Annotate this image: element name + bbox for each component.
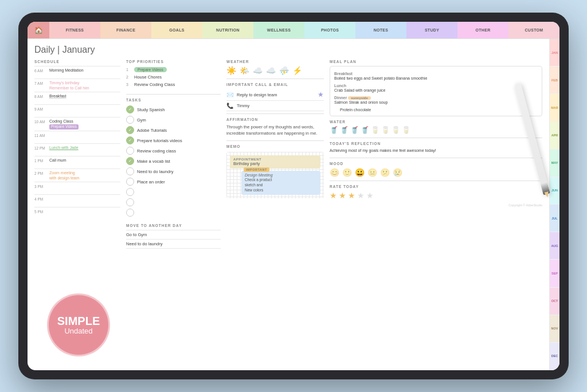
- page-header: Daily | January: [34, 45, 542, 55]
- tab-fitness[interactable]: FITNESS: [49, 22, 100, 38]
- star-2[interactable]: ★: [339, 191, 346, 200]
- dinner-label: Dinner sunnyside: [334, 96, 538, 100]
- schedule-row: 5 PM: [34, 207, 120, 219]
- star-icon: ★: [318, 91, 324, 99]
- page-title: Daily: [34, 45, 55, 54]
- divider-2: [226, 79, 324, 79]
- star-1[interactable]: ★: [330, 191, 337, 200]
- month-jan[interactable]: JAN: [550, 39, 559, 66]
- tab-finance[interactable]: FINANCE: [100, 22, 151, 38]
- month-mar[interactable]: MAR: [550, 94, 559, 121]
- breakfast-text: Boiled two eggs and Sweet potato Banana …: [334, 76, 538, 81]
- lunch-label: Lunch: [334, 84, 538, 88]
- divider-6: [330, 158, 542, 158]
- water-cup-8: 🥛: [402, 126, 410, 134]
- important-body: Check a productsketch andNew colors: [245, 177, 317, 193]
- task-row: Need to do laundry: [126, 166, 221, 177]
- priorities-section: 1 Prepare Videos 2 House Chores 3 Review…: [126, 66, 221, 88]
- simple-badge: SIMPLE Undated: [47, 293, 110, 356]
- priorities-label: TOP PRIORITIES: [126, 60, 221, 64]
- tab-study[interactable]: STUDY: [406, 22, 457, 38]
- weather-lightning: ⚡: [292, 66, 302, 75]
- water-cup-4: 🥤: [361, 126, 369, 134]
- home-icon: 🏠: [34, 26, 43, 34]
- mood-smile[interactable]: 🙂: [342, 168, 352, 177]
- task-check-9[interactable]: [126, 188, 134, 196]
- task-check-2[interactable]: [126, 116, 134, 124]
- email-icon: ✉️: [226, 92, 233, 98]
- mood-sad[interactable]: 😕: [380, 168, 390, 177]
- middle-column: WEATHER ☀️ 🌤️ ☁️ ☁️ ⛈️ ⚡ IMPORTANT CALL …: [226, 60, 324, 364]
- tab-photos[interactable]: PHOTOS: [304, 22, 355, 38]
- time-4pm: 4 PM: [34, 196, 49, 201]
- month-nov[interactable]: NOV: [550, 315, 559, 343]
- tab-wellness[interactable]: WELLNESS: [253, 22, 304, 38]
- calls-label: IMPORTANT CALL & EMAIL: [226, 83, 324, 87]
- call-2-text: Timmy: [237, 103, 249, 108]
- task-check-6[interactable]: [126, 157, 134, 165]
- task-check-11[interactable]: [126, 209, 134, 217]
- mood-meh[interactable]: 😐: [367, 168, 377, 177]
- time-1pm: 1 PM: [34, 158, 49, 163]
- task-row: Gym: [126, 115, 221, 125]
- task-4-text: Prepare tutorials videos: [137, 138, 182, 143]
- weather-partly-cloudy: 🌤️: [240, 66, 249, 75]
- snacks-text: Protein chocolate: [334, 107, 538, 113]
- home-tab[interactable]: 🏠: [28, 22, 49, 38]
- task-check-1[interactable]: [126, 105, 134, 113]
- task-7-text: Need to do laundry: [137, 169, 173, 174]
- mood-happy[interactable]: 😊: [330, 168, 339, 177]
- month-aug[interactable]: AUG: [550, 232, 559, 260]
- priority-num-3: 3: [126, 83, 134, 87]
- prepare-videos-badge: Prepare Videos: [49, 124, 79, 129]
- task-row: Adobe Tutorials: [126, 125, 221, 135]
- task-check-3[interactable]: [126, 126, 134, 134]
- time-11am: 11 AM: [34, 132, 49, 138]
- time-3pm: 3 PM: [34, 183, 49, 189]
- task-check-10[interactable]: [126, 198, 134, 206]
- task-check-4[interactable]: [126, 136, 134, 144]
- schedule-2pm-text: Zoom meetingwith design team: [49, 170, 120, 181]
- star-5[interactable]: ★: [366, 191, 374, 200]
- task-row: [126, 187, 221, 197]
- schedule-row: 10 AM Coding ClassPrepare Videos: [34, 117, 120, 131]
- weather-label: WEATHER: [226, 60, 324, 64]
- water-cup-7: 🥛: [392, 126, 400, 134]
- month-oct[interactable]: OCT: [550, 288, 559, 315]
- schedule-6am-text: Morning Meditation: [49, 68, 120, 73]
- tab-nutrition-label: NUTRITION: [216, 28, 240, 32]
- reflection-text: Achieving most of my goals makes me feel…: [330, 148, 542, 154]
- month-dec[interactable]: DEC: [550, 343, 559, 370]
- lunch-text: Crab Salad with orange juice: [334, 88, 538, 93]
- month-jun[interactable]: JUN: [550, 177, 559, 205]
- dinner-badge: sunnyside: [348, 96, 371, 100]
- task-check-7[interactable]: [126, 167, 134, 175]
- dinner-text: Salmon Steak and onion soup: [334, 100, 538, 105]
- task-check-5[interactable]: [126, 147, 134, 155]
- month-may[interactable]: MAY: [550, 150, 559, 177]
- affirmation-label: AFFIRMATION: [226, 117, 324, 121]
- task-check-8[interactable]: [126, 178, 134, 186]
- tab-goals[interactable]: GOALS: [151, 22, 202, 38]
- month-apr[interactable]: APR: [550, 122, 559, 150]
- star-3[interactable]: ★: [348, 191, 355, 200]
- mood-very-sad[interactable]: 😢: [393, 168, 402, 177]
- tab-nutrition[interactable]: NUTRITION: [202, 22, 253, 38]
- tab-custom[interactable]: CUSTOM: [508, 22, 559, 38]
- month-sep[interactable]: SEP: [550, 260, 559, 287]
- task-5-text: Review coding class: [137, 148, 176, 154]
- schedule-row: 9 AM: [34, 104, 120, 117]
- rate-label: RATE TODAY: [330, 185, 542, 189]
- star-4[interactable]: ★: [357, 191, 365, 200]
- tab-other[interactable]: OTHER: [457, 22, 508, 38]
- mood-neutral[interactable]: 😀: [355, 168, 365, 177]
- month-jul[interactable]: JUL: [550, 205, 559, 232]
- weather-sunny: ☀️: [226, 66, 236, 75]
- tab-notes[interactable]: NOTES: [355, 22, 406, 38]
- tab-finance-label: FINANCE: [116, 28, 135, 32]
- month-feb[interactable]: FEB: [550, 66, 559, 94]
- tab-study-label: STUDY: [425, 28, 439, 32]
- schedule-row: 1 PM Call mum: [34, 156, 120, 168]
- schedule-7am-text: Timmy's birthdayRemember to Call him: [49, 80, 120, 91]
- mood-icons: 😊 🙂 😀 😐 😕 😢: [330, 168, 542, 177]
